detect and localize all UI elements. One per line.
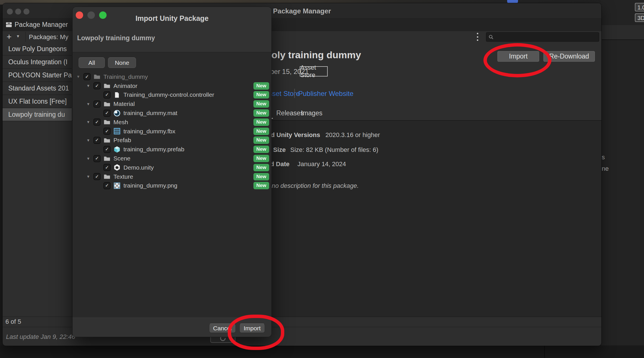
item-checkbox[interactable]: ✓ bbox=[83, 73, 91, 80]
item-label: Mesh bbox=[113, 119, 128, 126]
link-divider bbox=[294, 89, 295, 98]
new-badge: New bbox=[253, 109, 269, 117]
info-value: 2020.3.16 or higher bbox=[325, 131, 380, 139]
expander-triangle-icon[interactable]: ▼ bbox=[85, 102, 91, 106]
select-none-button[interactable]: None bbox=[108, 57, 136, 68]
folder-icon bbox=[103, 173, 111, 180]
expander-triangle-icon[interactable]: ▼ bbox=[85, 120, 91, 124]
expander-triangle-icon[interactable]: ▼ bbox=[75, 75, 81, 79]
import-tree-row[interactable]: ✓ training_dummy.png New bbox=[73, 181, 271, 190]
package-title: oly training dummy bbox=[271, 49, 361, 61]
select-all-button[interactable]: All bbox=[79, 57, 105, 68]
import-tree-row[interactable]: ✓ Training_dummy-control.controller New bbox=[73, 90, 271, 100]
sidebar-package-item[interactable]: POLYGON Starter Pa bbox=[3, 69, 75, 82]
inspector-header-band bbox=[601, 25, 644, 40]
mesh-icon bbox=[113, 128, 121, 135]
package-name-label: Standard Assets 201 bbox=[8, 85, 69, 92]
asset-store-link[interactable]: sset Store bbox=[269, 90, 300, 98]
folder-icon bbox=[103, 136, 111, 144]
item-label: training_dummy.png bbox=[123, 182, 177, 189]
item-checkbox[interactable]: ✓ bbox=[93, 173, 101, 180]
item-checkbox[interactable]: ✓ bbox=[93, 118, 101, 126]
import-tree-row[interactable]: ▼ ✓ Texture New bbox=[73, 172, 271, 181]
expander-triangle-icon[interactable]: ▼ bbox=[85, 84, 91, 88]
import-tree-row[interactable]: ▼ ✓ Material New bbox=[73, 99, 271, 108]
dialog-body: All None ▼ ✓ Training_dummy ▼ ✓ Animator… bbox=[73, 52, 271, 317]
inspector-panel-fragment bbox=[601, 0, 644, 358]
item-checkbox[interactable]: ✓ bbox=[103, 128, 111, 135]
sidebar-package-item[interactable]: Oculus Integration (I bbox=[3, 56, 75, 69]
item-label: Demo.unity bbox=[123, 164, 154, 171]
toolbar-menu-icon[interactable] bbox=[477, 33, 479, 41]
item-checkbox[interactable]: ✓ bbox=[93, 100, 101, 108]
tab-package-manager[interactable]: Package Manager bbox=[15, 21, 68, 29]
import-unity-package-dialog: Import Unity Package Lowpoly training du… bbox=[72, 7, 272, 337]
import-tree-row[interactable]: ▼ ✓ Scene New bbox=[73, 154, 271, 163]
folder-icon bbox=[103, 82, 111, 90]
item-label: training_dummy.prefab bbox=[123, 146, 184, 153]
mode-text: 3D bbox=[637, 15, 644, 21]
tab-releases[interactable]: Releases bbox=[276, 109, 304, 117]
add-dropdown-caret-icon[interactable]: ▾ bbox=[17, 33, 19, 39]
scene-icon bbox=[113, 164, 121, 171]
import-tree-row[interactable]: ✓ training_dummy.mat New bbox=[73, 108, 271, 118]
new-badge: New bbox=[253, 164, 269, 171]
new-badge: New bbox=[253, 118, 269, 126]
expander-triangle-icon[interactable]: ▼ bbox=[85, 174, 91, 179]
publisher-website-link[interactable]: Publisher Website bbox=[298, 90, 353, 98]
import-tree-row[interactable]: ▼ ✓ Training_dummy bbox=[73, 72, 271, 81]
item-checkbox[interactable]: ✓ bbox=[93, 82, 101, 89]
dialog-header: Import Unity Package Lowpoly training du… bbox=[73, 7, 271, 52]
item-checkbox[interactable]: ✓ bbox=[103, 146, 111, 153]
info-value: Size: 82 KB (Number of files: 6) bbox=[290, 146, 378, 154]
item-checkbox[interactable]: ✓ bbox=[93, 155, 101, 162]
package-count: 6 of 5 bbox=[5, 318, 21, 325]
tab-images[interactable]: Images bbox=[301, 109, 322, 117]
new-badge: New bbox=[253, 146, 269, 153]
item-label: Training_dummy bbox=[103, 73, 148, 80]
panel-divider bbox=[544, 345, 545, 358]
toolbar-divider bbox=[25, 32, 26, 42]
dialog-title: Import Unity Package bbox=[73, 14, 271, 23]
dialog-package-name: Lowpoly training dummy bbox=[77, 34, 155, 42]
item-label: Texture bbox=[113, 173, 133, 180]
search-icon bbox=[488, 34, 494, 40]
info-label: d Date bbox=[270, 160, 289, 168]
expander-triangle-icon[interactable]: ▼ bbox=[85, 138, 91, 142]
package-name-label: POLYGON Starter Pa bbox=[8, 71, 72, 79]
package-description: no description for this package. bbox=[272, 182, 359, 190]
info-label: Size bbox=[273, 146, 286, 154]
item-checkbox[interactable]: ✓ bbox=[93, 137, 101, 144]
package-list-sidebar: Low Poly Dungeons Oculus Integration (I … bbox=[3, 43, 75, 124]
add-package-button[interactable]: + bbox=[7, 32, 12, 42]
asset-tree: ▼ ✓ Training_dummy ▼ ✓ Animator New ✓ Tr… bbox=[73, 72, 271, 190]
item-checkbox[interactable]: ✓ bbox=[103, 182, 111, 189]
new-badge: New bbox=[253, 100, 269, 108]
sidebar-package-item[interactable]: Low Poly Dungeons bbox=[3, 43, 75, 56]
packages-scope-dropdown[interactable]: Packages: My bbox=[29, 33, 68, 41]
new-badge: New bbox=[253, 91, 269, 98]
import-tree-row[interactable]: ▼ ✓ Mesh New bbox=[73, 118, 271, 127]
import-tree-row[interactable]: ▼ ✓ Prefab New bbox=[73, 136, 271, 145]
sidebar-package-item[interactable]: Standard Assets 201 bbox=[3, 82, 75, 95]
sidebar-package-item[interactable]: Lowpoly training du bbox=[3, 108, 75, 121]
annotation-circle-import-bottom bbox=[228, 315, 284, 350]
package-manager-icon bbox=[5, 21, 12, 28]
asset-store-badge: Asset Store bbox=[300, 66, 328, 77]
search-input[interactable] bbox=[486, 32, 599, 42]
folder-icon bbox=[93, 73, 101, 81]
import-tree-row[interactable]: ✓ training_dummy.fbx New bbox=[73, 127, 271, 136]
import-tree-row[interactable]: ✓ training_dummy.prefab New bbox=[73, 145, 271, 154]
new-badge: New bbox=[253, 173, 269, 180]
texture-icon bbox=[113, 182, 121, 189]
sidebar-package-item[interactable]: UX Flat Icons [Free] bbox=[3, 95, 75, 108]
expander-triangle-icon[interactable]: ▼ bbox=[85, 156, 91, 161]
item-checkbox[interactable]: ✓ bbox=[103, 91, 111, 98]
item-checkbox[interactable]: ✓ bbox=[103, 164, 111, 171]
material-icon bbox=[113, 109, 121, 117]
import-tree-row[interactable]: ▼ ✓ Animator New bbox=[73, 81, 271, 90]
item-label: Prefab bbox=[113, 137, 131, 144]
item-checkbox[interactable]: ✓ bbox=[103, 110, 111, 117]
import-tree-row[interactable]: ✓ Demo.unity New bbox=[73, 163, 271, 172]
mode-3d-box: 3D bbox=[635, 13, 644, 22]
